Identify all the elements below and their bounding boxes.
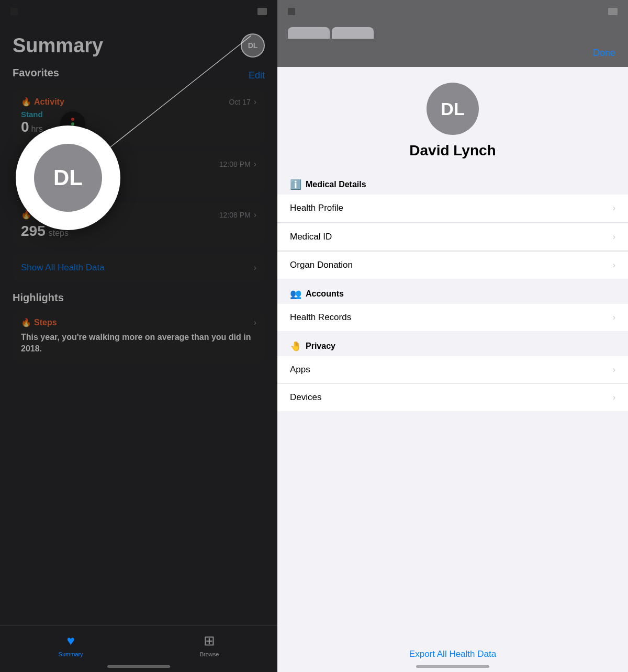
apps-item[interactable]: Apps › <box>277 356 628 384</box>
highlights-steps-card[interactable]: 🔥 Steps › This year, you're walking more… <box>13 309 265 363</box>
organ-donation-item[interactable]: Organ Donation › <box>277 252 628 279</box>
privacy-section: 🤚 Privacy Apps › Devices › <box>277 331 628 411</box>
user-name: David Lynch <box>409 142 496 159</box>
health-records-label: Health Records <box>290 312 351 323</box>
left-status-bar <box>0 0 277 23</box>
left-status-right-dot <box>257 8 267 15</box>
highlights-steps-body: This year, you're walking more on averag… <box>21 332 256 355</box>
right-home-indicator <box>416 665 489 668</box>
right-top-bar: Done <box>277 39 628 67</box>
medical-details-section: ℹ️ Medical Details Health Profile › Medi… <box>277 169 628 279</box>
health-profile-chevron: › <box>613 203 615 213</box>
avatar-small[interactable]: DL <box>241 33 265 58</box>
medical-details-icon: ℹ️ <box>290 179 301 190</box>
right-status-left <box>288 8 295 15</box>
tab-browse[interactable]: ⊞ Browse <box>200 633 219 657</box>
medical-id-chevron: › <box>613 232 615 242</box>
apps-label: Apps <box>290 365 310 375</box>
devices-chevron: › <box>613 393 615 402</box>
ring-dot-red <box>71 118 74 121</box>
highlights-steps-title: 🔥 Steps <box>21 317 57 327</box>
right-sheet: DL David Lynch ℹ️ Medical Details Health… <box>277 67 628 672</box>
summary-tab-label: Summary <box>59 651 83 657</box>
show-all-card[interactable]: Show All Health Data › <box>13 253 265 282</box>
health-profile-item[interactable]: Health Profile › <box>277 195 628 222</box>
avatar-right: DL <box>427 83 479 135</box>
right-status-bar <box>277 0 628 23</box>
summary-header: Summary DL <box>13 33 265 58</box>
tab-summary[interactable]: ♥ Summary <box>59 633 83 657</box>
devices-item[interactable]: Devices › <box>277 384 628 411</box>
accounts-list: Health Records › <box>277 304 628 331</box>
activity-date: Oct 17 <box>229 98 250 106</box>
highlights-section: Highlights 🔥 Steps › This year, you're w… <box>13 292 265 363</box>
sheet-tab-hints <box>277 23 628 39</box>
export-link[interactable]: Export All Health Data <box>409 649 496 659</box>
show-all-text: Show All Health Data <box>21 263 105 273</box>
accounts-label: Accounts <box>306 289 344 299</box>
health-profile-label: Health Profile <box>290 203 343 213</box>
avatar-inner-big: DL <box>34 144 102 212</box>
favorites-label: Favorites <box>13 67 59 79</box>
stand-label: Stand <box>21 110 43 119</box>
medical-details-list: Health Profile › Medical ID › Organ Dona… <box>277 195 628 279</box>
medical-id-label: Medical ID <box>290 232 332 242</box>
left-panel: Summary DL Favorites Edit 🔥 Activity Oct… <box>0 0 277 672</box>
favorites-header: Favorites Edit <box>13 67 265 84</box>
accounts-header: 👥 Accounts <box>277 279 628 304</box>
devices-label: Devices <box>290 392 321 403</box>
health-records-chevron: › <box>613 313 615 322</box>
done-button[interactable]: Done <box>593 48 615 59</box>
activity-card-title: 🔥 Activity <box>21 97 64 107</box>
steps-chevron: › <box>254 210 256 220</box>
highlights-label: Highlights <box>13 292 265 304</box>
browse-tab-icon: ⊞ <box>204 633 215 649</box>
highlights-steps-header: 🔥 Steps › <box>21 317 256 327</box>
organ-donation-label: Organ Donation <box>290 260 353 270</box>
right-panel: Done DL David Lynch ℹ️ Medical Details H… <box>277 0 628 672</box>
accounts-section: 👥 Accounts Health Records › <box>277 279 628 331</box>
left-home-indicator <box>107 665 170 668</box>
floors-time: 12:08 PM <box>219 160 251 168</box>
organ-donation-chevron: › <box>613 260 615 270</box>
summary-tab-icon: ♥ <box>66 633 74 649</box>
left-status-left-dot <box>10 8 18 15</box>
tab-hint-2 <box>332 27 374 39</box>
activity-chevron: › <box>254 97 256 107</box>
floors-chevron: › <box>254 160 256 169</box>
privacy-header: 🤚 Privacy <box>277 331 628 356</box>
medical-details-header: ℹ️ Medical Details <box>277 169 628 195</box>
medical-details-label: Medical Details <box>306 180 366 189</box>
accounts-icon: 👥 <box>290 288 301 300</box>
medical-id-item[interactable]: Medical ID › <box>277 222 628 252</box>
privacy-list: Apps › Devices › <box>277 356 628 411</box>
privacy-label: Privacy <box>306 341 335 351</box>
steps-time: 12:08 PM <box>219 211 251 219</box>
highlights-chevron: › <box>254 318 256 327</box>
show-all-chevron: › <box>254 263 256 272</box>
profile-section: DL David Lynch <box>277 67 628 169</box>
apps-chevron: › <box>613 365 615 374</box>
avatar-circle-big: DL <box>16 126 120 230</box>
privacy-icon: 🤚 <box>290 340 301 352</box>
activity-card-top: 🔥 Activity Oct 17 › <box>21 97 256 107</box>
right-status-right <box>608 8 618 15</box>
edit-button[interactable]: Edit <box>249 70 265 81</box>
tab-hint-1 <box>288 27 330 39</box>
summary-title: Summary <box>13 35 103 57</box>
health-records-item[interactable]: Health Records › <box>277 304 628 331</box>
avatar-overlay: DL <box>16 126 120 230</box>
browse-tab-label: Browse <box>200 651 219 657</box>
